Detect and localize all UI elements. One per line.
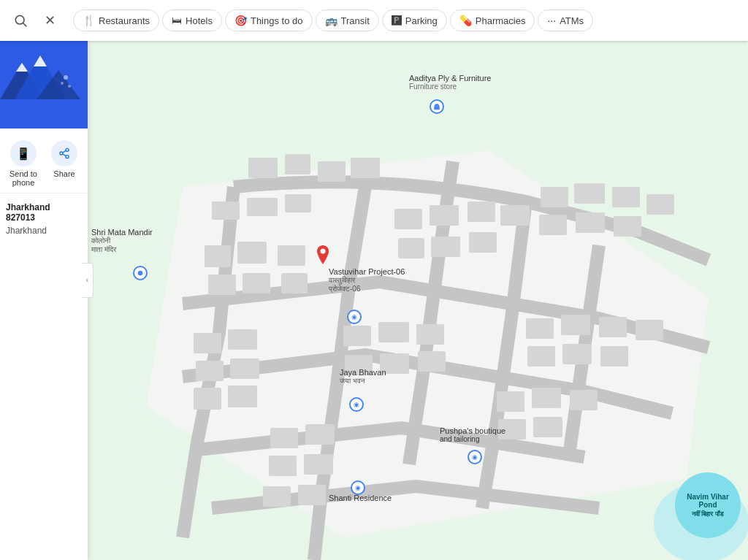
svg-rect-64 <box>270 428 298 448</box>
pharmacies-icon: 💊 <box>459 15 472 26</box>
search-area: ✕ <box>9 9 61 32</box>
send-to-phone-icon: 📱 <box>10 140 37 166</box>
address-line2: Jharkhand <box>6 226 82 236</box>
svg-rect-28 <box>243 273 270 294</box>
svg-rect-69 <box>298 485 326 505</box>
svg-rect-72 <box>570 390 598 410</box>
svg-rect-49 <box>194 388 221 410</box>
sidebar-actions: 📱 Send to phone Share <box>0 134 88 193</box>
svg-rect-25 <box>205 245 231 267</box>
svg-rect-48 <box>230 358 259 379</box>
svg-rect-43 <box>576 212 605 233</box>
svg-point-11 <box>66 148 69 151</box>
pushpa-boutique-icon[interactable]: ◉ <box>468 450 482 464</box>
svg-rect-35 <box>398 238 424 258</box>
svg-rect-51 <box>343 326 371 346</box>
svg-rect-68 <box>263 486 291 507</box>
svg-rect-32 <box>430 205 459 226</box>
sidebar-image <box>0 41 88 129</box>
svg-rect-44 <box>614 216 641 237</box>
svg-rect-30 <box>281 273 308 294</box>
jaya-bhavan-icon[interactable]: ◉ <box>349 397 364 412</box>
svg-rect-50 <box>228 386 257 407</box>
svg-rect-62 <box>562 344 592 364</box>
parking-label: Parking <box>405 15 438 26</box>
svg-rect-34 <box>500 205 530 226</box>
svg-rect-24 <box>351 158 380 178</box>
restaurants-label: Restaurants <box>99 15 150 26</box>
restaurants-icon: 🍴 <box>83 15 95 26</box>
svg-rect-73 <box>498 419 526 440</box>
svg-rect-63 <box>600 346 628 367</box>
atms-icon: ··· <box>547 15 556 26</box>
tab-things-to-do[interactable]: 🎯Things to do <box>225 9 313 31</box>
svg-rect-71 <box>532 388 561 408</box>
svg-rect-23 <box>318 161 346 182</box>
svg-point-10 <box>68 85 71 88</box>
svg-rect-65 <box>305 424 335 445</box>
hotels-label: Hotels <box>186 15 213 26</box>
tab-transit[interactable]: 🚌Transit <box>316 9 379 31</box>
svg-rect-36 <box>431 237 460 257</box>
svg-point-0 <box>15 15 24 24</box>
svg-rect-58 <box>561 315 590 335</box>
atms-label: ATMs <box>560 15 584 26</box>
svg-rect-66 <box>269 456 297 476</box>
share-button[interactable]: Share <box>47 140 82 187</box>
send-to-phone-button[interactable]: 📱 Send to phone <box>6 140 41 187</box>
svg-rect-18 <box>248 158 278 178</box>
svg-rect-70 <box>497 391 524 412</box>
svg-rect-20 <box>212 202 240 220</box>
map-svg <box>88 41 748 560</box>
map-area[interactable]: Aaditya Ply & Furniture Furniture store … <box>88 41 748 560</box>
shri-mata-icon[interactable] <box>133 266 148 280</box>
category-tabs: 🍴Restaurants🛏Hotels🎯Things to do🚌Transit… <box>73 9 593 31</box>
svg-rect-77 <box>434 106 440 110</box>
svg-rect-56 <box>418 351 446 372</box>
svg-point-9 <box>61 82 64 85</box>
svg-rect-29 <box>278 245 305 266</box>
sidebar: 📱 Send to phone Share Jharkhand 827013 J… <box>0 41 88 560</box>
aaditya-ply-icon[interactable] <box>430 99 444 114</box>
svg-rect-22 <box>285 194 311 212</box>
close-button[interactable]: ✕ <box>38 9 61 32</box>
svg-rect-31 <box>394 209 422 229</box>
tab-pharmacies[interactable]: 💊Pharmacies <box>450 9 535 31</box>
svg-rect-60 <box>636 320 663 340</box>
location-pin <box>314 245 332 269</box>
tab-atms[interactable]: ···ATMs <box>538 9 593 31</box>
sidebar-collapse-button[interactable]: ‹ <box>82 263 94 298</box>
pond-label: Navim Vihar Pond नवीं बिहार पॉंड <box>675 472 741 538</box>
shanti-residence-icon[interactable]: ◉ <box>351 480 365 495</box>
svg-rect-47 <box>196 361 224 381</box>
svg-rect-39 <box>574 183 605 204</box>
svg-point-78 <box>138 271 143 276</box>
things-to-do-label: Things to do <box>251 15 303 26</box>
svg-rect-40 <box>612 187 640 207</box>
vastuvihar-icon[interactable]: ◉ <box>347 310 362 324</box>
svg-point-8 <box>64 75 68 80</box>
pharmacies-label: Pharmacies <box>476 15 526 26</box>
svg-rect-45 <box>194 333 221 353</box>
share-label: Share <box>53 169 75 178</box>
hotels-icon: 🛏 <box>172 15 182 26</box>
svg-rect-55 <box>380 353 409 374</box>
sidebar-address: Jharkhand 827013 Jharkhand <box>0 193 88 245</box>
svg-point-76 <box>321 249 326 254</box>
tab-hotels[interactable]: 🛏Hotels <box>162 9 222 31</box>
parking-icon: 🅿 <box>392 15 402 26</box>
svg-rect-67 <box>304 454 333 475</box>
tab-restaurants[interactable]: 🍴Restaurants <box>73 9 159 31</box>
things-to-do-icon: 🎯 <box>234 15 247 26</box>
svg-rect-74 <box>533 417 562 437</box>
address-line1: Jharkhand 827013 <box>6 202 82 223</box>
svg-rect-33 <box>468 202 495 222</box>
svg-rect-26 <box>237 242 267 264</box>
search-button[interactable] <box>9 9 32 32</box>
svg-line-14 <box>63 154 66 156</box>
tab-parking[interactable]: 🅿Parking <box>382 9 447 31</box>
svg-rect-54 <box>345 355 373 375</box>
svg-rect-41 <box>646 194 674 215</box>
svg-point-13 <box>66 156 69 158</box>
svg-rect-19 <box>285 154 310 174</box>
